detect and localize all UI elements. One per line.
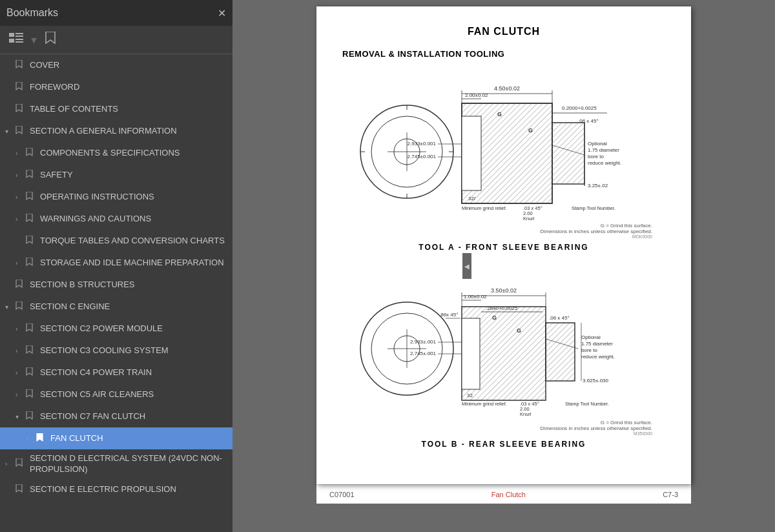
bookmark-flag-icon [16, 104, 26, 115]
expand-arrow-section-c2[interactable]: › [16, 325, 26, 332]
document-title: FAN CLUTCH [342, 26, 665, 37]
sidebar-item-label: FOREWORD [30, 82, 227, 93]
sidebar-item-storage[interactable]: ›STORAGE AND IDLE MACHINE PREPARATION [0, 252, 232, 274]
close-button[interactable]: ✕ [218, 7, 226, 19]
svg-text:G: G [492, 314, 497, 321]
tool-a-label: TOOL A - FRONT SLEEVE BEARING [418, 243, 588, 252]
svg-text:2.745±.001: 2.745±.001 [410, 351, 437, 356]
sidebar-item-section-c5[interactable]: ›SECTION C5 AIR CLEANERS [0, 384, 232, 405]
svg-rect-1 [16, 33, 23, 34]
sidebar-item-section-c4[interactable]: ›SECTION C4 POWER TRAIN [0, 362, 232, 384]
svg-text:Minimum grind relief.: Minimum grind relief. [462, 205, 507, 211]
svg-text:2.00±0.02: 2.00±0.02 [465, 92, 488, 98]
svg-text:Minimum grind relief.: Minimum grind relief. [462, 401, 507, 407]
expand-arrow-section-d[interactable]: › [5, 460, 16, 467]
list-icon [9, 32, 23, 44]
svg-text:Knurl: Knurl [520, 411, 532, 417]
sidebar-item-cover[interactable]: COVER [0, 54, 232, 76]
bookmark-icon [45, 32, 56, 45]
sidebar-item-section-d[interactable]: ›SECTION D ELECTRICAL SYSTEM (24VDC NON-… [0, 449, 232, 479]
svg-text:2.933±.001: 2.933±.001 [410, 339, 437, 345]
sidebar-item-warnings[interactable]: ›WARNINGS AND CAUTIONS [0, 208, 232, 230]
list-view-button[interactable] [6, 31, 26, 48]
svg-text:0.2000+0.0025: 0.2000+0.0025 [562, 105, 597, 111]
sidebar-item-label: TORQUE TABLES AND CONVERSION CHARTS [40, 236, 227, 247]
expand-arrow-operating[interactable]: › [16, 194, 26, 201]
sidebar-item-label: SAFETY [40, 170, 227, 181]
page-content: FAN CLUTCH REMOVAL & INSTALLATION TOOLIN… [232, 0, 775, 532]
svg-text:Optional: Optional [581, 334, 601, 340]
svg-rect-0 [9, 33, 14, 37]
bookmark-flag-icon [16, 302, 26, 312]
sidebar-title: Bookmarks [6, 7, 58, 19]
sidebar-item-label: SECTION A GENERAL INFORMATION [30, 126, 227, 137]
bookmark-flag-icon [26, 170, 36, 181]
svg-text:G: G [528, 127, 533, 134]
svg-rect-18 [462, 116, 481, 190]
expand-arrow-section-c4[interactable]: › [16, 369, 26, 376]
sidebar-item-operating[interactable]: ›OPERATING INSTRUCTIONS [0, 186, 232, 208]
footer-doc-id: C07001 [329, 491, 355, 498]
expand-arrow-section-c5[interactable]: › [16, 391, 26, 398]
bookmark-view-button[interactable] [42, 30, 59, 49]
bookmark-flag-icon [26, 258, 36, 269]
sidebar-item-fan-clutch[interactable]: ›FAN CLUTCH [0, 427, 232, 449]
sidebar-item-section-c[interactable]: ▾SECTION C ENGINE [0, 296, 232, 318]
bookmark-flag-icon [26, 411, 36, 422]
expand-arrow-section-c[interactable]: ▾ [5, 303, 16, 311]
diagram-b-code: M350000 [342, 431, 665, 436]
sidebar-item-label: WARNINGS AND CAUTIONS [40, 214, 227, 225]
svg-text:1.00±0.02: 1.00±0.02 [464, 294, 487, 300]
svg-text:Stamp Tool Number.: Stamp Tool Number. [565, 401, 609, 407]
svg-text:G: G [497, 111, 502, 118]
svg-text:32/: 32/ [468, 196, 476, 201]
bookmark-flag-icon [26, 236, 36, 247]
collapse-sidebar-button[interactable]: ◀ [462, 253, 471, 279]
tool-b-diagram: 3.50±0.02 1.00±0.02 .86x 45° .2840+0.002… [342, 265, 665, 449]
sidebar-item-section-e[interactable]: SECTION E ELECTRIC PROPULSION [0, 479, 232, 501]
sidebar-item-label: SECTION C2 POWER MODULE [40, 323, 227, 334]
expand-arrow-section-a[interactable]: ▾ [5, 128, 16, 135]
sidebar-item-label: COMPONENTS & SPECIFICATIONS [40, 148, 227, 159]
bookmark-flag-icon [16, 484, 26, 495]
svg-text:.06 x 45°: .06 x 45° [578, 118, 599, 124]
footer-doc-name: Fan Clutch [491, 491, 526, 498]
bookmark-flag-icon [26, 192, 36, 203]
sidebar-item-safety[interactable]: ›SAFETY [0, 164, 232, 186]
sidebar-item-section-b[interactable]: SECTION B STRUCTURES [0, 274, 232, 296]
svg-text:.86x 45°: .86x 45° [439, 312, 458, 318]
expand-arrow-warnings[interactable]: › [16, 216, 26, 223]
expand-arrow-components[interactable]: › [16, 150, 26, 157]
bookmark-flag-icon [26, 148, 36, 159]
svg-text:2.933±0.001: 2.933±0.001 [408, 141, 437, 147]
bookmark-flag-icon [26, 323, 36, 334]
sidebar-item-label: FAN CLUTCH [50, 433, 227, 444]
sidebar-item-label: SECTION B STRUCTURES [30, 280, 227, 291]
sidebar-item-section-a[interactable]: ▾SECTION A GENERAL INFORMATION [0, 120, 232, 142]
diagram-a-code: MDK0000 [342, 234, 665, 239]
svg-text:2.745±0.001: 2.745±0.001 [408, 154, 437, 159]
svg-text:3.50±0.02: 3.50±0.02 [491, 287, 517, 294]
expand-arrow-section-c7[interactable]: ▾ [16, 413, 26, 420]
sidebar-item-section-c7[interactable]: ▾SECTION C7 FAN CLUTCH [0, 405, 232, 427]
sidebar-item-section-c3[interactable]: ›SECTION C3 COOLING SYSTEM [0, 340, 232, 362]
expand-arrow-fan-clutch[interactable]: › [26, 435, 36, 442]
sidebar-item-torque[interactable]: TORQUE TABLES AND CONVERSION CHARTS [0, 230, 232, 252]
sidebar-item-components[interactable]: ›COMPONENTS & SPECIFICATIONS [0, 142, 232, 164]
expand-arrow-safety[interactable]: › [16, 172, 26, 179]
sidebar-item-toc[interactable]: TABLE OF CONTENTS [0, 98, 232, 120]
sidebar-item-label: SECTION C3 COOLING SYSTEM [40, 345, 227, 356]
bookmark-flag-icon [26, 345, 36, 356]
sidebar-item-label: SECTION D ELECTRICAL SYSTEM (24VDC NON-P… [30, 453, 227, 475]
tool-a-svg: 4.50±0.02 0.2000+0.0025 .06 x 45° 2.00±0… [342, 68, 665, 223]
svg-text:32: 32 [467, 393, 473, 398]
sidebar-item-foreword[interactable]: FOREWORD [0, 76, 232, 98]
svg-rect-2 [16, 36, 23, 37]
sidebar-item-label: TABLE OF CONTENTS [30, 104, 227, 115]
expand-arrow-section-c3[interactable]: › [16, 347, 26, 354]
expand-arrow-storage[interactable]: › [16, 260, 26, 267]
bookmark-flag-icon [26, 214, 36, 225]
svg-text:4.50±0.02: 4.50±0.02 [494, 85, 520, 92]
sidebar-item-section-c2[interactable]: ›SECTION C2 POWER MODULE [0, 318, 232, 340]
bookmark-flag-icon [16, 82, 26, 93]
